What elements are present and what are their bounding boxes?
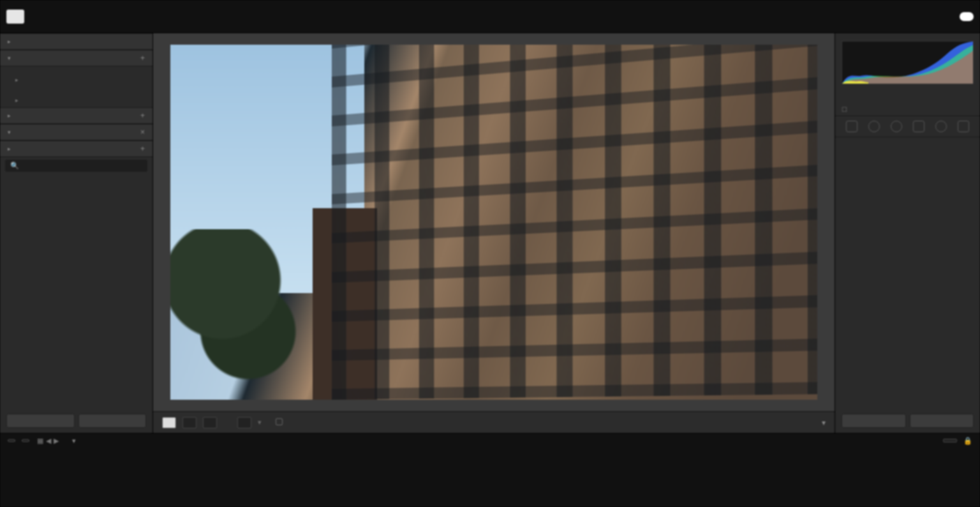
disclosure-icon: ▸ bbox=[8, 38, 11, 45]
history-panel-header[interactable]: ▾ × bbox=[0, 124, 152, 140]
compare-view-button[interactable] bbox=[203, 417, 217, 428]
primary-display-button[interactable] bbox=[8, 439, 15, 442]
presets-panel-header[interactable]: ▾ + bbox=[0, 50, 152, 66]
toolbar-bottom: ▾ ▾ bbox=[153, 411, 835, 433]
filter-collections-input[interactable]: 🔍 bbox=[5, 160, 147, 172]
filter-lock-icon[interactable]: 🔒 bbox=[963, 437, 972, 445]
title-bar bbox=[0, 0, 980, 33]
copy-button[interactable] bbox=[6, 414, 75, 428]
disclosure-icon: ▸ bbox=[8, 146, 11, 152]
preset-group-list bbox=[0, 66, 152, 72]
preset-group-list bbox=[0, 87, 152, 92]
collections-panel-header[interactable]: ▸ + bbox=[0, 140, 152, 157]
develop-tool-strip bbox=[835, 116, 980, 137]
app-logo bbox=[6, 10, 24, 24]
breadcrumb[interactable]: ▾ bbox=[66, 437, 76, 445]
snapshots-panel-header[interactable]: ▸ + bbox=[0, 107, 152, 124]
preset-group-list bbox=[0, 92, 152, 107]
histogram-panel[interactable] bbox=[835, 33, 980, 103]
yy-view-button[interactable] bbox=[237, 417, 251, 428]
paste-button[interactable] bbox=[78, 414, 147, 428]
spot-removal-icon[interactable] bbox=[868, 121, 880, 132]
before-after-button[interactable] bbox=[182, 417, 197, 428]
cloud-sync-icon[interactable] bbox=[960, 12, 974, 21]
filmstrip-info-bar: ▦◀▶ ▾ 🔒 bbox=[0, 434, 980, 448]
grid-nav-icons[interactable]: ▦◀▶ bbox=[36, 437, 60, 445]
add-icon[interactable]: + bbox=[140, 54, 145, 63]
preset-group-item[interactable] bbox=[15, 95, 152, 105]
disclosure-icon: ▾ bbox=[8, 55, 11, 61]
redeye-tool-icon[interactable] bbox=[891, 121, 902, 132]
filmstrip-area: ▦◀▶ ▾ 🔒 bbox=[0, 433, 980, 507]
filmstrip[interactable] bbox=[0, 448, 980, 505]
preset-group-list bbox=[0, 72, 152, 87]
left-panel: ▸ ▾ + ▸ + ▾ bbox=[0, 33, 153, 433]
original-photo-toggle[interactable]: ☐ bbox=[835, 103, 980, 116]
center-canvas-area: ▾ ▾ bbox=[153, 33, 835, 433]
navigator-panel-header[interactable]: ▸ bbox=[0, 33, 152, 50]
image-canvas[interactable] bbox=[153, 33, 835, 411]
dropdown-icon[interactable]: ▾ bbox=[258, 418, 262, 427]
radial-filter-icon[interactable] bbox=[935, 121, 947, 132]
histogram-graph[interactable] bbox=[842, 41, 974, 84]
loupe-view-button[interactable] bbox=[162, 417, 176, 428]
add-icon[interactable]: + bbox=[140, 144, 145, 153]
previous-button[interactable] bbox=[842, 414, 906, 428]
preset-group-item[interactable] bbox=[15, 74, 152, 84]
secondary-display-button[interactable] bbox=[22, 439, 29, 442]
adjustment-brush-icon[interactable] bbox=[958, 121, 969, 132]
photo-preview bbox=[170, 45, 818, 400]
search-icon: 🔍 bbox=[10, 162, 19, 169]
crop-tool-icon[interactable] bbox=[846, 121, 858, 132]
soft-proofing-toggle[interactable] bbox=[276, 418, 286, 427]
toolbar-more-dropdown[interactable]: ▾ bbox=[822, 418, 826, 427]
clear-history-icon[interactable]: × bbox=[140, 128, 145, 137]
disclosure-icon: ▸ bbox=[8, 112, 11, 119]
checkbox-icon bbox=[276, 418, 283, 425]
add-icon[interactable]: + bbox=[140, 111, 145, 120]
filter-dropdown[interactable] bbox=[943, 439, 957, 443]
disclosure-icon: ▾ bbox=[8, 129, 11, 135]
graduated-filter-icon[interactable] bbox=[913, 121, 924, 132]
reset-button[interactable] bbox=[910, 414, 974, 428]
right-panel: ☐ bbox=[835, 33, 980, 433]
